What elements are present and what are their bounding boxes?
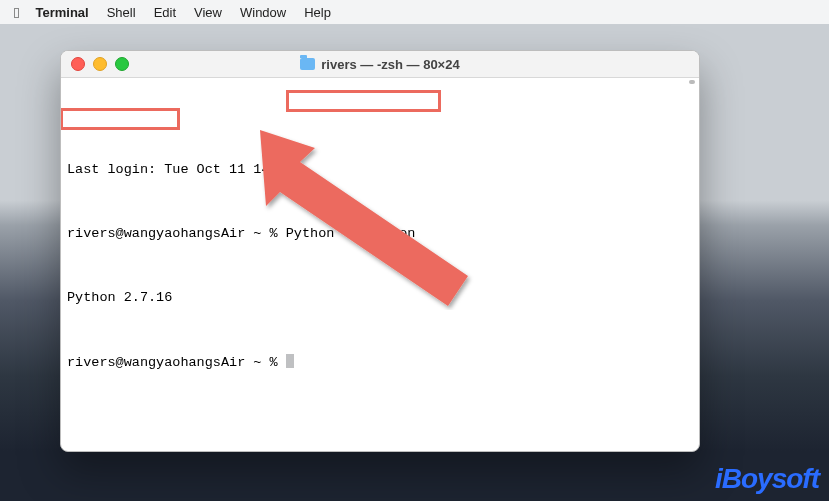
desktop:  Terminal Shell Edit View Window Help r… — [0, 0, 829, 501]
terminal-text: Last login: Tue Oct 11 14: — [67, 162, 278, 177]
menubar-item-view[interactable]: View — [194, 5, 222, 20]
apple-menu-icon[interactable]:  — [14, 4, 19, 21]
watermark-logo: iBoysoft — [715, 463, 819, 495]
highlight-box-output — [60, 108, 180, 130]
terminal-prompt: rivers@wangyaohangsAir ~ % — [67, 226, 286, 241]
terminal-cursor — [286, 354, 294, 368]
minimize-button[interactable] — [93, 57, 107, 71]
terminal-body[interactable]: Last login: Tue Oct 11 14: rivers@wangya… — [61, 78, 699, 452]
window-controls — [61, 57, 129, 71]
terminal-line: rivers@wangyaohangsAir ~ % — [67, 354, 693, 370]
window-titlebar[interactable]: rivers — -zsh — 80×24 — [61, 51, 699, 78]
window-title-text: rivers — -zsh — 80×24 — [321, 57, 459, 72]
folder-icon — [300, 58, 315, 70]
menubar[interactable]:  Terminal Shell Edit View Window Help — [0, 0, 829, 24]
terminal-line: Last login: Tue Oct 11 14: — [67, 162, 693, 178]
scrollbar-indicator[interactable] — [689, 80, 695, 84]
close-button[interactable] — [71, 57, 85, 71]
menubar-item-help[interactable]: Help — [304, 5, 331, 20]
menubar-item-edit[interactable]: Edit — [154, 5, 176, 20]
menubar-item-window[interactable]: Window — [240, 5, 286, 20]
terminal-line: rivers@wangyaohangsAir ~ % Python --vers… — [67, 226, 693, 242]
terminal-prompt: rivers@wangyaohangsAir ~ % — [67, 355, 286, 370]
terminal-command: Python --version — [286, 226, 416, 241]
terminal-line: Python 2.7.16 — [67, 290, 693, 306]
highlight-box-command — [286, 90, 441, 112]
terminal-window[interactable]: rivers — -zsh — 80×24 Last login: Tue Oc… — [60, 50, 700, 452]
menubar-app-name[interactable]: Terminal — [35, 5, 88, 20]
terminal-output: Python 2.7.16 — [67, 290, 172, 305]
window-title: rivers — -zsh — 80×24 — [61, 57, 699, 72]
zoom-button[interactable] — [115, 57, 129, 71]
menubar-item-shell[interactable]: Shell — [107, 5, 136, 20]
